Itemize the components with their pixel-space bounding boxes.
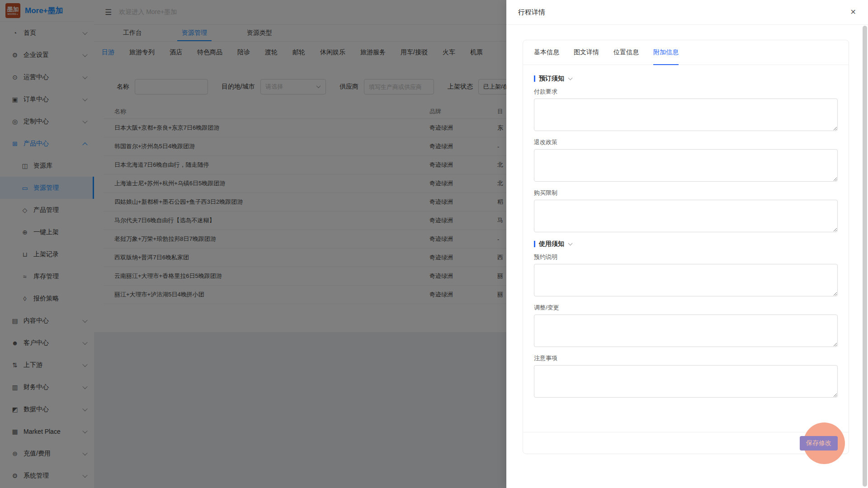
section-marker xyxy=(534,241,535,247)
field-input-payment-requirements[interactable] xyxy=(534,99,838,131)
section-header-usage-notice[interactable]: 使用须知 xyxy=(534,239,838,249)
chevron-down-icon xyxy=(568,241,573,246)
field-input-important-notes[interactable] xyxy=(534,365,838,398)
screen: 墨加 MORE+ More+墨加 ◔首页⚙企业设置⊙运营中心▣订单中心◎定制中心… xyxy=(0,0,868,488)
drawer-footer: 保存修改 xyxy=(523,432,849,454)
detail-card: 基本信息图文详情位置信息附加信息 预订须知付款要求退改政策购买限制使用须知预约说… xyxy=(523,40,849,454)
save-button[interactable]: 保存修改 xyxy=(800,436,838,450)
detail-tab-basic-info[interactable]: 基本信息 xyxy=(534,40,559,65)
field-label-purchase-restrictions: 购买限制 xyxy=(534,189,838,197)
field-label-important-notes: 注意事项 xyxy=(534,354,838,362)
section-marker xyxy=(534,75,535,82)
field-input-refund-policy[interactable] xyxy=(534,149,838,182)
close-icon[interactable]: ✕ xyxy=(850,9,856,16)
field-label-payment-requirements: 付款要求 xyxy=(534,88,838,96)
trip-detail-drawer: 行程详情 ✕ 基本信息图文详情位置信息附加信息 预订须知付款要求退改政策购买限制… xyxy=(506,0,868,488)
field-input-adjustment-change[interactable] xyxy=(534,314,838,347)
drawer-header: 行程详情 ✕ xyxy=(506,0,868,25)
chevron-down-icon xyxy=(568,76,573,80)
section-header-booking-notice[interactable]: 预订须知 xyxy=(534,74,838,83)
drawer-scrollbar[interactable] xyxy=(863,26,867,487)
detail-tab-location-info[interactable]: 位置信息 xyxy=(613,40,639,65)
field-input-purchase-restrictions[interactable] xyxy=(534,200,838,232)
field-label-adjustment-change: 调整/变更 xyxy=(534,304,838,312)
drawer-title: 行程详情 xyxy=(518,8,545,17)
field-input-reservation-instructions[interactable] xyxy=(534,264,838,296)
detail-form: 预订须知付款要求退改政策购买限制使用须知预约说明调整/变更注意事项 xyxy=(523,65,849,432)
section-title: 预订须知 xyxy=(539,75,564,83)
section-title: 使用须知 xyxy=(539,240,564,248)
detail-tabs: 基本信息图文详情位置信息附加信息 xyxy=(523,40,849,65)
field-label-reservation-instructions: 预约说明 xyxy=(534,253,838,261)
detail-tab-additional-info[interactable]: 附加信息 xyxy=(653,40,679,65)
detail-tab-media-details[interactable]: 图文详情 xyxy=(574,40,599,65)
field-label-refund-policy: 退改政策 xyxy=(534,138,838,146)
